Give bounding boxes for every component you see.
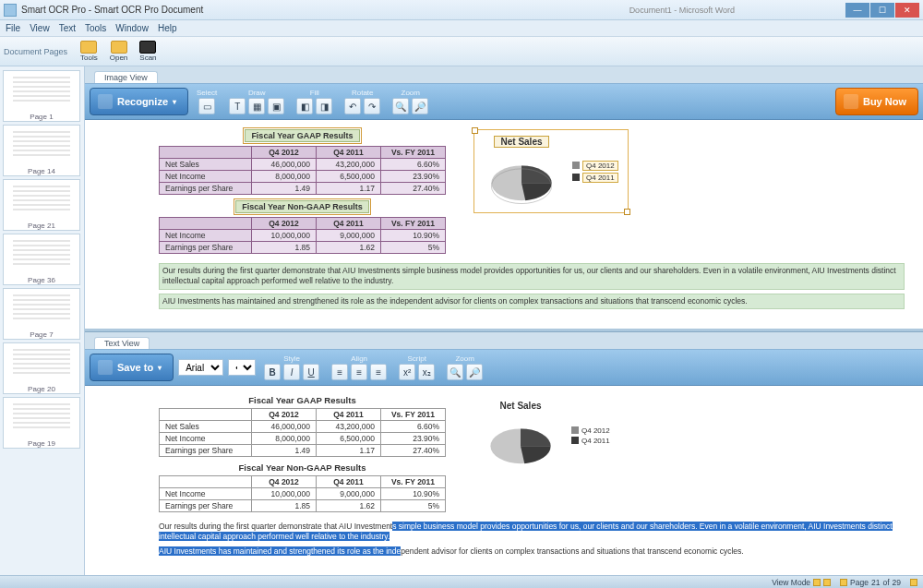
image-view-tab[interactable]: Image View	[94, 71, 158, 83]
pie-chart-icon	[480, 151, 563, 207]
recognize-button[interactable]: Recognize▾	[90, 88, 188, 115]
nongaap-title: Fiscal Year Non-GAAP Results	[235, 200, 369, 213]
page-thumbnail[interactable]: Page 21	[3, 179, 80, 231]
superscript-button[interactable]: x²	[399, 364, 415, 380]
pie-chart-region[interactable]: Net Sales Q4 2012	[473, 129, 629, 213]
chart-legend: Q4 2012 Q4 2011	[572, 159, 618, 185]
image-pane-toolbar: Recognize▾ Select▭ Draw T ▦ ▣ Fill ◧ ◨ R…	[85, 83, 923, 120]
recognize-icon	[98, 94, 113, 109]
text-tool[interactable]: T	[229, 98, 246, 114]
scan-button[interactable]: Scan	[135, 40, 161, 63]
text-pane-toolbar: Save to▾ Arial • Style B I U Align ≡ ≡ ≡…	[85, 349, 923, 386]
paragraph-1-text[interactable]: Our results during the first quarter dem…	[159, 522, 905, 543]
gaap-title: Fiscal Year GAAP Results	[245, 129, 359, 142]
zoom-out-button[interactable]: 🔎	[412, 98, 428, 114]
page-indicator: Page 21 of 29	[840, 578, 901, 587]
menu-window[interactable]: Window	[115, 23, 149, 33]
zoom-in-button-text[interactable]: 🔍	[447, 364, 463, 380]
menu-file[interactable]: File	[6, 23, 20, 33]
maximize-button[interactable]: ☐	[870, 3, 894, 18]
page-thumbnails-panel: Page 1 Page 14 Page 21 Page 36 Page 7 Pa…	[0, 66, 85, 575]
close-button[interactable]: ✕	[895, 3, 919, 18]
status-extra-icon[interactable]	[910, 579, 917, 586]
erase-tool[interactable]: ◨	[316, 98, 332, 114]
chart-title: Net Sales	[494, 136, 548, 148]
table-tool[interactable]: ▦	[248, 98, 265, 114]
page-thumbnail[interactable]: Page 14	[3, 125, 80, 176]
rotate-right-button[interactable]: ↷	[364, 98, 380, 114]
buy-now-button[interactable]: Buy Now	[835, 88, 918, 115]
image-view-content[interactable]: Fiscal Year GAAP Results Q4 2012Q4 2011V…	[85, 120, 923, 329]
pie-chart-icon	[479, 414, 562, 470]
status-bar: View Mode Page 21 of 29	[0, 575, 923, 588]
cart-icon	[844, 94, 858, 109]
image-tool[interactable]: ▣	[268, 98, 284, 114]
view-mode-icon	[823, 579, 831, 586]
align-center-button[interactable]: ≡	[351, 364, 367, 380]
menu-bar: File View Text Tools Window Help	[0, 20, 923, 37]
font-select[interactable]: Arial	[178, 359, 223, 376]
open-button[interactable]: Open	[105, 40, 133, 63]
menu-help[interactable]: Help	[158, 23, 177, 33]
menu-tools[interactable]: Tools	[85, 23, 106, 33]
paragraph-1: Our results during the first quarter dem…	[159, 263, 905, 290]
tools-button[interactable]: Tools	[76, 40, 102, 63]
quickbar-label: Document Pages	[4, 47, 67, 56]
page-icon	[840, 579, 847, 586]
subscript-button[interactable]: x₂	[418, 364, 435, 380]
menu-text[interactable]: Text	[59, 23, 76, 33]
zoom-in-button[interactable]: 🔍	[392, 98, 409, 114]
align-right-button[interactable]: ≡	[370, 364, 387, 380]
gaap-title-text: Fiscal Year GAAP Results	[159, 395, 446, 405]
page-thumbnail[interactable]: Page 36	[3, 234, 80, 285]
gaap-table-text: Q4 2012Q4 2011Vs. FY 2011 Net Sales46,00…	[159, 408, 446, 457]
fill-tool[interactable]: ◧	[296, 98, 313, 114]
save-to-button[interactable]: Save to▾	[90, 354, 174, 381]
window-title: Smart OCR Pro - Smart OCR Pro Document	[21, 5, 203, 15]
pie-chart-text: Net Sales Q4 2012 Q4 2011	[473, 395, 619, 475]
rotate-left-button[interactable]: ↶	[344, 98, 361, 114]
page-thumbnail[interactable]: Page 7	[3, 288, 80, 340]
save-icon	[98, 360, 113, 375]
chart-title-text: Net Sales	[479, 401, 562, 411]
zoom-out-button-text[interactable]: 🔎	[466, 364, 483, 380]
font-size-select[interactable]: •	[228, 359, 256, 376]
text-view-tab[interactable]: Text View	[94, 337, 150, 349]
underline-button[interactable]: U	[303, 364, 319, 380]
bold-button[interactable]: B	[264, 364, 281, 380]
background-window-title: Document1 - Microsoft Word	[629, 6, 735, 15]
nongaap-table: Q4 2012Q4 2011Vs. FY 2011 Net Income10,0…	[159, 217, 446, 254]
window-titlebar: Smart OCR Pro - Smart OCR Pro Document D…	[0, 0, 923, 20]
text-view-content[interactable]: Fiscal Year GAAP Results Q4 2012Q4 2011V…	[85, 386, 923, 575]
nongaap-table-text: Q4 2012Q4 2011Vs. FY 2011 Net Income10,0…	[159, 475, 446, 512]
italic-button[interactable]: I	[283, 364, 300, 380]
page-thumbnail[interactable]: Page 1	[3, 70, 80, 122]
paragraph-2-text[interactable]: AIU Investments has maintained and stren…	[159, 546, 905, 557]
page-thumbnail[interactable]: Page 20	[3, 342, 80, 394]
view-mode-indicator[interactable]: View Mode	[772, 578, 831, 587]
app-icon	[4, 4, 17, 17]
select-tool[interactable]: ▭	[198, 98, 215, 114]
quick-toolbar: Document Pages Tools Open Scan	[0, 37, 923, 66]
nongaap-title-text: Fiscal Year Non-GAAP Results	[159, 462, 446, 473]
page-thumbnail[interactable]: Page 19	[3, 397, 80, 449]
menu-view[interactable]: View	[30, 23, 50, 33]
gaap-table: Q4 2012Q4 2011Vs. FY 2011 Net Sales46,00…	[159, 146, 446, 195]
align-left-button[interactable]: ≡	[331, 364, 348, 380]
view-mode-icon	[813, 579, 821, 586]
minimize-button[interactable]: —	[845, 3, 869, 18]
chart-legend-text: Q4 2012 Q4 2011	[571, 425, 610, 447]
paragraph-2: AIU Investments has maintained and stren…	[159, 294, 905, 309]
